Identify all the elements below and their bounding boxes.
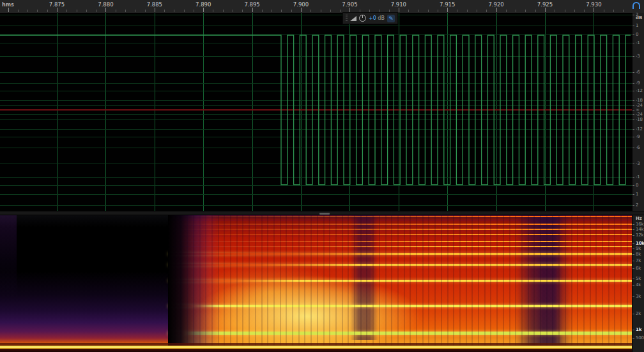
ruler-minor-tick: [145, 10, 146, 12]
ruler-minor-tick: [340, 10, 341, 12]
scale-label: -3: [636, 161, 640, 166]
ruler-major-tick: [8, 8, 9, 12]
ruler-major-tick: [399, 8, 399, 12]
scale-label: -1: [636, 174, 640, 180]
ruler-minor-tick: [438, 10, 438, 12]
ruler-minor-tick: [574, 10, 575, 12]
ruler-minor-tick: [613, 10, 614, 12]
scale-tick: [632, 224, 634, 225]
hud-grip-handle[interactable]: [346, 15, 348, 22]
waveform-panel[interactable]: [0, 13, 632, 211]
ruler-major-tick: [545, 8, 546, 12]
ruler-minor-tick: [281, 10, 282, 12]
scale-label: -24: [636, 112, 643, 117]
scale-label: 500: [636, 335, 644, 341]
scale-label: -18: [636, 98, 643, 103]
scale-tick: [632, 205, 634, 206]
ruler-minor-tick: [272, 10, 272, 12]
ruler-minor-tick: [37, 10, 38, 12]
ruler-major-tick: [594, 8, 594, 12]
scale-tick: [632, 338, 634, 339]
amplitude-scale[interactable]: dB 210-1-3-6-9-12-18-24∞-24-18-12-9-6-3-…: [632, 13, 644, 211]
ruler-major-tick: [301, 8, 302, 12]
scale-tick: [632, 194, 634, 195]
ruler-tick-label: 7.930: [581, 1, 606, 8]
pencil-icon[interactable]: ✎: [387, 15, 395, 22]
scale-tick: [632, 56, 634, 57]
ruler-minor-tick: [18, 10, 19, 12]
ruler-minor-tick: [164, 10, 165, 12]
scale-label: 8k: [636, 252, 641, 257]
ruler-major-tick: [155, 8, 155, 12]
ruler-tick-label: 7.895: [240, 1, 265, 8]
divider-handle[interactable]: [319, 213, 330, 215]
spectrogram-edge-smear: [0, 215, 17, 298]
ruler-minor-tick: [321, 10, 321, 12]
ruler-minor-tick: [457, 10, 457, 12]
gain-knob-icon[interactable]: [359, 15, 366, 22]
scale-label: 0: [636, 32, 638, 37]
scale-tick: [632, 285, 634, 286]
scale-tick: [632, 15, 634, 15]
ruler-minor-tick: [116, 10, 116, 12]
scale-tick: [632, 129, 634, 130]
scale-tick: [632, 91, 634, 91]
scale-label: 1k: [636, 327, 641, 332]
ruler-minor-tick: [223, 10, 224, 12]
ruler-minor-tick: [555, 10, 555, 12]
ruler-tick-label: 7.920: [484, 1, 509, 8]
spectrogram-panel[interactable]: [0, 215, 632, 352]
ruler-tick-label: 7.875: [44, 1, 70, 8]
gain-readout: +0 dB: [369, 15, 385, 21]
frequency-scale-unit: Hz: [636, 216, 642, 221]
ruler-minor-tick: [428, 10, 429, 12]
spectrogram-silence-region: [0, 215, 172, 352]
scale-tick: [632, 43, 634, 43]
scale-tick: [632, 105, 634, 106]
scale-tick: [632, 330, 634, 330]
scale-label: 0: [636, 183, 638, 188]
clip-gain-hud[interactable]: +0 dB ✎: [342, 12, 398, 24]
scale-label: -6: [636, 70, 640, 75]
scale-tick: [632, 268, 634, 269]
frequency-scale[interactable]: Hz 16k14k12k10k9k8k7k6k5k4k3k2k1k500: [632, 215, 644, 352]
ruler-minor-tick: [486, 10, 487, 12]
scale-label: 1: [636, 23, 638, 28]
scale-label: 12k: [636, 233, 643, 238]
gain-value: +0: [369, 15, 376, 21]
ruler-minor-tick: [516, 10, 516, 12]
ruler-minor-tick: [174, 10, 174, 12]
scale-tick: [632, 243, 634, 244]
ruler-minor-tick: [242, 10, 243, 12]
ruler-tick-label: 7.915: [434, 1, 460, 8]
ruler-minor-tick: [184, 10, 185, 12]
scale-tick: [632, 254, 634, 255]
ruler-minor-tick: [291, 10, 292, 12]
ruler-tick-label: 7.925: [532, 1, 558, 8]
scale-tick: [632, 164, 634, 164]
scale-tick: [632, 100, 634, 101]
ruler-minor-tick: [535, 10, 536, 12]
scale-label: 10k: [636, 241, 644, 246]
scale-tick: [632, 185, 634, 186]
magnet-icon[interactable]: [632, 2, 640, 9]
ruler-major-tick: [252, 8, 253, 12]
spectrogram-striations: [168, 215, 632, 346]
scale-label: -6: [636, 145, 640, 150]
ruler-minor-tick: [77, 10, 77, 12]
scale-label: 3k: [636, 294, 641, 299]
scale-tick: [632, 83, 634, 84]
ruler-tick-label: 7.910: [386, 1, 411, 8]
timeline-ruler[interactable]: hms 7.8757.8807.8857.8907.8957.9007.9057…: [0, 0, 644, 13]
ruler-minor-tick: [66, 10, 67, 12]
spectrogram-onset-fade: [168, 215, 220, 352]
ruler-major-tick: [203, 8, 204, 12]
spectrogram-bottom-band: [0, 349, 632, 352]
panel-divider[interactable]: [0, 211, 644, 215]
scale-label: 5k: [636, 276, 641, 281]
ruler-minor-tick: [604, 10, 604, 12]
ruler-minor-tick: [418, 10, 418, 12]
scale-tick: [632, 261, 634, 261]
waveform-trace: [0, 13, 632, 211]
ruler-minor-tick: [623, 10, 624, 12]
